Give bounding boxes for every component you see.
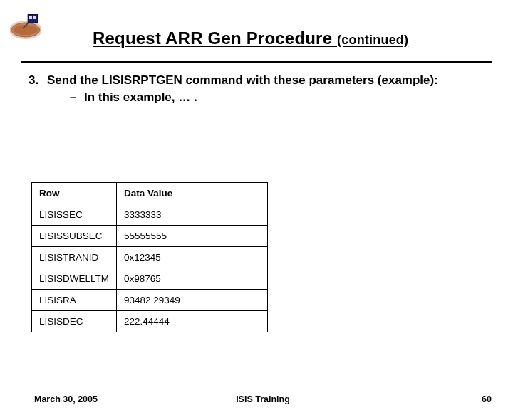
slide-title: Request ARR Gen Procedure (continued) xyxy=(93,28,470,48)
table-cell-row: LISISRA xyxy=(32,290,117,311)
table-row: LISISDWELLTM 0x98765 xyxy=(32,268,268,290)
title-text: Request ARR Gen Procedure (continued) xyxy=(93,28,408,48)
list-subitem: –In this example, … . xyxy=(70,90,484,105)
table-cell-value: 222.44444 xyxy=(117,311,268,332)
table-cell-row: LISISDEC xyxy=(32,311,117,332)
table-row: LISISDEC 222.44444 xyxy=(32,311,268,332)
table-cell-row: LISISSUBSEC xyxy=(32,226,117,247)
list-item-3: 3.Send the LISISRPTGEN command with thes… xyxy=(28,73,484,88)
list-subitem-text: In this example, … . xyxy=(84,90,197,104)
table-row: LISISSUBSEC 55555555 xyxy=(32,226,268,247)
list-subitem-dash: – xyxy=(70,90,84,105)
table-cell-value: 3333333 xyxy=(117,204,268,226)
table-row: LISISTRANID 0x12345 xyxy=(32,247,268,268)
table-cell-value: 0x98765 xyxy=(117,268,268,290)
svg-rect-4 xyxy=(33,16,36,19)
logo-icon xyxy=(10,13,41,41)
table-header-row-label: Row xyxy=(32,183,117,204)
footer-page-number: 60 xyxy=(482,394,492,404)
content-body: 3.Send the LISISRPTGEN command with thes… xyxy=(28,73,484,105)
table-cell-row: LISISSEC xyxy=(32,204,117,226)
table-cell-value: 0x12345 xyxy=(117,247,268,268)
svg-rect-3 xyxy=(29,16,32,19)
footer-center: ISIS Training xyxy=(34,394,492,404)
table-cell-value: 55555555 xyxy=(117,226,268,247)
table-header-row: Row Data Value xyxy=(32,183,268,204)
list-text: Send the LISISRPTGEN command with these … xyxy=(47,73,460,88)
parameters-table: Row Data Value LISISSEC 3333333 LISISSUB… xyxy=(31,182,268,332)
table-header-value-label: Data Value xyxy=(117,183,268,204)
title-main: Request ARR Gen Procedure xyxy=(93,28,337,48)
list-marker: 3. xyxy=(28,73,47,88)
table-cell-value: 93482.29349 xyxy=(117,290,268,311)
table-cell-row: LISISDWELLTM xyxy=(32,268,117,290)
table-row: LISISRA 93482.29349 xyxy=(32,290,268,311)
title-continued: (continued) xyxy=(337,33,408,47)
table-row: LISISSEC 3333333 xyxy=(32,204,268,226)
slide: Request ARR Gen Procedure (continued) 3.… xyxy=(0,0,513,420)
table-cell-row: LISISTRANID xyxy=(32,247,117,268)
title-underline xyxy=(21,61,492,63)
